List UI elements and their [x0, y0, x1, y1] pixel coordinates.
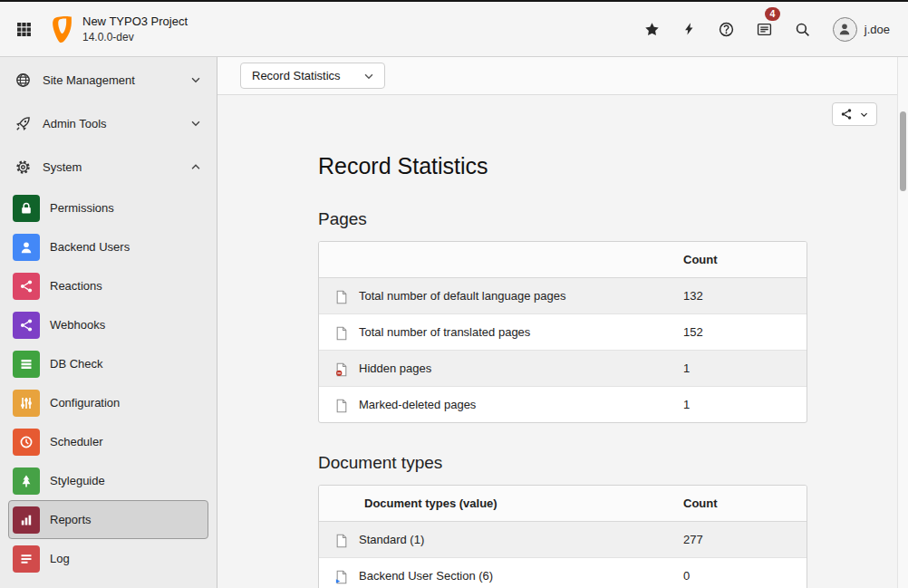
sidebar-item-label: Log: [50, 552, 70, 565]
rocket-icon: [15, 116, 31, 131]
section-document-types: Document typesDocument types (value)Coun…: [318, 453, 807, 588]
sidebar-group-system[interactable]: System: [0, 145, 217, 188]
sidebar-item-label: Configuration: [50, 396, 120, 410]
app-window: New TYPO3 Project 14.0.0-dev 4 j.doe: [0, 0, 908, 588]
row-count: 277: [672, 522, 807, 558]
sidebar-item-webhooks[interactable]: Webhooks: [8, 305, 208, 344]
row-label: Standard (1): [353, 522, 672, 558]
modules-menu-button[interactable]: [0, 2, 47, 56]
row-label: Total number of translated pages: [353, 314, 672, 351]
row-count: 0: [672, 558, 807, 588]
module-menu: Site ManagementAdmin ToolsSystem Permiss…: [0, 57, 217, 588]
globe-icon: [15, 72, 31, 88]
table-row: Total number of default language pages13…: [319, 278, 807, 314]
row-count: 1: [672, 387, 807, 423]
site-title-block: New TYPO3 Project 14.0.0-dev: [82, 14, 188, 44]
section-heading: Pages: [318, 209, 807, 229]
help-button[interactable]: [719, 18, 734, 41]
sidebar-groups: Site ManagementAdmin ToolsSystem: [0, 58, 217, 188]
rows-icon: [13, 351, 40, 378]
sidebar-group-label: Admin Tools: [43, 117, 107, 130]
sidebar-item-label: Reports: [50, 513, 92, 526]
topbar-toolbar: 4 j.doe: [644, 17, 890, 42]
clock-icon: [13, 429, 40, 456]
gear-icon: [15, 159, 31, 175]
file-icon: [335, 399, 348, 413]
system-information-button[interactable]: 4: [757, 18, 772, 41]
sidebar-item-label: Scheduler: [50, 435, 103, 448]
sidebar-item-label: DB Check: [50, 357, 103, 371]
chevron-down-icon: [189, 117, 202, 130]
user-menu-button[interactable]: j.doe: [833, 17, 890, 42]
tree-icon: [13, 468, 40, 495]
sidebar-item-label: Webhooks: [50, 318, 105, 332]
sidebar-group-site-management[interactable]: Site Management: [0, 58, 217, 101]
table-row: Hidden pages1: [319, 351, 807, 387]
module-select[interactable]: Record Statistics: [240, 63, 385, 89]
stats-table: Document types (value)CountStandard (1)2…: [318, 485, 807, 588]
sidebar-item-scheduler[interactable]: Scheduler: [8, 422, 208, 461]
share-nodes-icon: [13, 312, 40, 339]
content-area: Record Statistics Record Statistics Page…: [217, 57, 908, 588]
app-version: 14.0.0-dev: [82, 30, 188, 44]
search-button[interactable]: [795, 18, 810, 41]
sidebar-item-label: Reactions: [50, 279, 102, 293]
table-row: Total number of translated pages152: [319, 314, 807, 351]
scrollbar[interactable]: [897, 57, 908, 588]
chevron-down-icon: [362, 70, 375, 82]
sidebar-item-permissions[interactable]: Permissions: [8, 188, 208, 227]
lock-icon: [13, 195, 40, 222]
section-heading: Document types: [318, 453, 807, 473]
system-information-icon: [757, 22, 772, 37]
table-row: Standard (1)277: [319, 522, 807, 558]
star-icon: [644, 22, 660, 37]
chevron-down-icon: [859, 110, 869, 120]
bolt-icon: [682, 22, 696, 36]
help-icon: [719, 22, 734, 37]
log-icon: [13, 545, 40, 573]
column-header-count: Count: [672, 242, 807, 278]
sidebar-item-label: Permissions: [50, 201, 114, 215]
sliders-icon: [13, 390, 40, 417]
sidebar-item-reactions[interactable]: Reactions: [8, 266, 208, 305]
sidebar-item-reports[interactable]: Reports: [8, 500, 208, 539]
clear-cache-button[interactable]: [682, 18, 696, 40]
share-button[interactable]: [832, 102, 877, 126]
stats-table: CountTotal number of default language pa…: [318, 241, 807, 423]
share-icon: [840, 108, 853, 120]
table-row: Backend User Section (6)0: [319, 558, 807, 588]
module-body: Record Statistics PagesCountTotal number…: [217, 133, 908, 588]
module-select-value: Record Statistics: [252, 69, 341, 82]
sidebar-item-styleguide[interactable]: Styleguide: [8, 461, 208, 500]
row-label: Total number of default language pages: [353, 278, 672, 314]
docheader: Record Statistics: [217, 57, 908, 95]
sidebar-item-configuration[interactable]: Configuration: [8, 383, 208, 422]
grid-icon: [16, 22, 32, 37]
sidebar-group-label: Site Management: [43, 73, 135, 87]
topbar: New TYPO3 Project 14.0.0-dev 4 j.doe: [0, 2, 908, 57]
report-sections: PagesCountTotal number of default langua…: [318, 209, 807, 588]
sidebar-item-db-check[interactable]: DB Check: [8, 344, 208, 383]
sidebar-item-label: Styleguide: [50, 474, 105, 487]
column-header-count: Count: [672, 486, 807, 522]
file-icon: [335, 290, 348, 304]
bookmarks-button[interactable]: [644, 18, 660, 41]
row-count: 1: [672, 351, 807, 387]
column-header: Document types (value): [319, 486, 672, 522]
table-row: Marked-deleted pages1: [319, 387, 807, 423]
avatar: [833, 17, 857, 42]
chart-icon: [13, 506, 40, 534]
sidebar-group-admin-tools[interactable]: Admin Tools: [0, 101, 217, 145]
file-icon: [335, 326, 348, 341]
section-pages: PagesCountTotal number of default langua…: [318, 209, 807, 423]
row-label: Hidden pages: [353, 351, 672, 387]
page-title: Record Statistics: [318, 153, 807, 179]
row-count: 152: [672, 314, 807, 351]
sidebar-item-backend-users[interactable]: Backend Users: [8, 227, 208, 266]
username: j.doe: [865, 23, 890, 36]
user-icon: [13, 234, 40, 261]
content-toolbar: [217, 95, 908, 133]
sidebar-item-log[interactable]: Log: [8, 539, 208, 578]
scrollbar-thumb[interactable]: [900, 111, 906, 191]
sidebar-group-label: System: [43, 160, 82, 174]
